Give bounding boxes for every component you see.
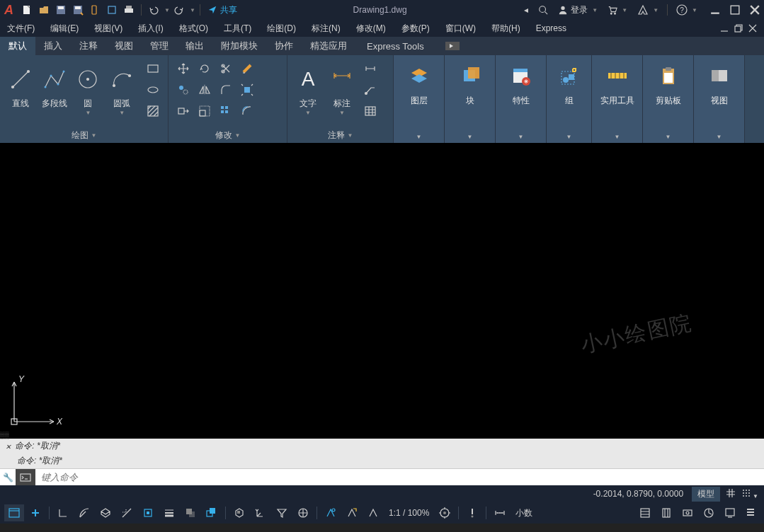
login-button[interactable]: 登录 ▼ [554,4,602,16]
tab-annotate[interactable]: 注释 [71,37,106,55]
grid-display-icon[interactable] [726,488,736,500]
tab-collab[interactable]: 协作 [266,37,302,55]
panel-modify-label[interactable]: 修改 [215,129,232,141]
copy-icon[interactable] [174,81,193,99]
app-logo-icon[interactable]: A [4,3,13,18]
rectangle-icon[interactable] [144,59,162,78]
lineweight-icon[interactable] [159,504,179,521]
autoscale-icon[interactable] [342,504,362,521]
help-icon[interactable]: ?▼ [672,4,702,16]
save-icon[interactable] [53,2,69,18]
circle-button[interactable]: 圆▼ [74,59,103,116]
menu-window[interactable]: 窗口(W) [445,23,476,35]
annotation-scale-icon[interactable] [363,504,383,521]
trim-icon[interactable] [217,59,235,78]
cloud-icon[interactable] [104,2,120,18]
drawing-canvas[interactable]: 小小绘图院 Y X ▒▒ [0,143,764,439]
tab-default[interactable]: 默认 [0,37,35,55]
tab-insert[interactable]: 插入 [35,37,71,55]
scale-icon[interactable] [195,102,214,120]
offset-icon[interactable] [238,102,256,120]
panel-group[interactable]: 组 ▼ [547,55,592,143]
clean-screen-icon[interactable] [720,504,740,521]
selection-cycling-icon[interactable] [202,504,222,521]
autodesk-app-icon[interactable]: ▼ [633,4,663,16]
panel-layers[interactable]: 图层 ▼ [394,55,445,143]
transparency-icon[interactable] [181,504,200,521]
annotation-visibility-icon[interactable] [321,504,341,521]
model-space-button[interactable]: 模型 [692,487,720,502]
tab-output[interactable]: 输出 [177,37,212,55]
tab-manage[interactable]: 管理 [142,37,177,55]
command-input[interactable] [35,472,764,482]
minimize-icon[interactable] [710,5,720,15]
mdi-minimize-icon[interactable] [720,24,729,33]
share-button[interactable]: 共享 [205,4,240,16]
ortho-icon[interactable] [53,504,73,521]
close-icon[interactable] [750,5,760,15]
units-icon[interactable] [490,504,510,521]
arc-button[interactable]: 圆弧▼ [107,59,137,116]
plot-icon[interactable] [121,2,137,18]
quick-properties-icon[interactable] [635,504,655,521]
scale-readout[interactable]: 1:1 / 100% [384,508,433,518]
gizmo-icon[interactable] [293,504,313,521]
menu-file[interactable]: 文件(F) [7,23,35,35]
dynamic-ucs-icon[interactable] [251,504,270,521]
selection-filter-icon[interactable] [272,504,292,521]
isolate-objects-icon[interactable] [678,504,697,521]
polar-icon[interactable] [74,504,94,521]
ellipse-icon[interactable] [144,81,162,99]
fillet-icon[interactable] [217,81,235,99]
customization-menu-icon[interactable] [741,507,760,519]
hardware-accel-icon[interactable] [699,504,719,521]
redo-icon[interactable] [171,2,187,18]
open-icon[interactable] [36,2,52,18]
search-icon[interactable] [534,5,552,15]
saveas-icon[interactable] [70,2,86,18]
tab-express-tools[interactable]: Express Tools [358,37,433,55]
tab-view[interactable]: 视图 [106,37,142,55]
linear-dim-icon[interactable] [361,59,380,78]
array-icon[interactable] [217,102,235,120]
command-prompt-icon[interactable] [16,469,35,485]
menu-modify[interactable]: 修改(M) [356,23,386,35]
menu-tools[interactable]: 工具(T) [224,23,251,35]
coordinates-readout[interactable]: -0.2014, 0.8790, 0.0000 [593,489,683,499]
workspace-icon[interactable] [435,504,455,521]
qnew-icon[interactable] [19,2,35,18]
panel-clipboard[interactable]: 剪贴板 ▼ [643,55,694,143]
osnap-tracking-icon[interactable] [117,504,137,521]
panel-properties[interactable]: 特性 ▼ [496,55,547,143]
units-readout[interactable]: 小数 [511,507,537,519]
lock-ui-icon[interactable] [656,504,676,521]
explode-icon[interactable] [238,81,256,99]
tab-panel-toggle-icon[interactable] [438,37,467,55]
tab-featured[interactable]: 精选应用 [302,37,355,55]
text-button[interactable]: A 文字▼ [293,59,323,116]
customize-cmd-icon[interactable]: 🔧 [0,473,16,482]
cart-icon[interactable]: ▼ [603,5,632,15]
menu-edit[interactable]: 编辑(E) [50,23,79,35]
resize-grip-icon[interactable]: ▒▒ [0,432,9,439]
3d-osnap-icon[interactable] [229,504,249,521]
grid-dots-icon[interactable]: ▼ [741,488,758,500]
dimension-button[interactable]: 标注▼ [327,59,357,116]
mdi-close-icon[interactable] [748,24,757,33]
layout-plus-icon[interactable] [25,504,45,521]
menu-parametric[interactable]: 参数(P) [401,23,430,35]
panel-utilities[interactable]: 实用工具 ▼ [592,55,643,143]
table-icon[interactable] [361,102,380,120]
panel-annotate-label[interactable]: 注释 [328,129,345,141]
mirror-icon[interactable] [195,81,214,99]
model-tab-icon[interactable] [4,504,24,521]
undo-icon[interactable] [146,2,161,18]
menu-express[interactable]: Express [536,23,566,33]
menu-help[interactable]: 帮助(H) [491,23,520,35]
annotation-monitor-icon[interactable] [462,504,482,521]
panel-view[interactable]: 视图 ▼ [694,55,745,143]
menu-insert[interactable]: 插入(I) [138,23,163,35]
move-icon[interactable] [174,59,193,78]
cmd-close-icon[interactable]: ✕ [6,441,11,451]
search-dropdown-icon[interactable]: ◂ [520,5,532,15]
